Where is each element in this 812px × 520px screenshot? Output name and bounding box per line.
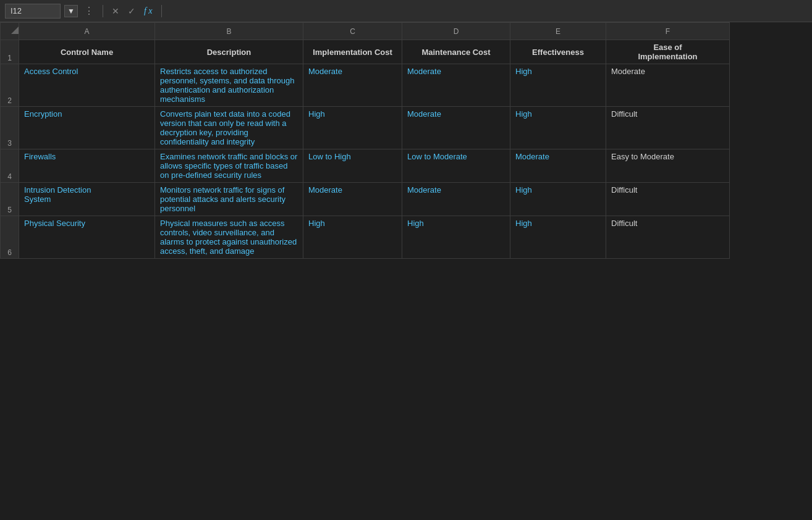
cell-r6-c3[interactable]: High <box>303 216 402 259</box>
cell-r1-c4[interactable]: Maintenance Cost <box>402 40 510 64</box>
cell-r1-c1[interactable]: Control Name <box>19 40 155 64</box>
cell-r2-c1[interactable]: Access Control <box>19 64 155 107</box>
row-number-5[interactable]: 5 <box>1 183 19 216</box>
formula-input[interactable] <box>168 6 808 15</box>
row-number-3[interactable]: 3 <box>1 107 19 149</box>
cell-r6-c4[interactable]: High <box>402 216 510 259</box>
table-row: 1Control NameDescriptionImplementation C… <box>1 40 730 64</box>
col-header-c[interactable]: C <box>303 23 402 40</box>
cell-r5-c2[interactable]: Monitors network traffic for signs of po… <box>155 183 303 216</box>
cell-r3-c2[interactable]: Converts plain text data into a coded ve… <box>155 107 303 149</box>
row-number-2[interactable]: 2 <box>1 64 19 107</box>
cell-r5-c5[interactable]: High <box>510 183 606 216</box>
table-row: 6Physical SecurityPhysical measures such… <box>1 216 730 259</box>
table-row: 2Access ControlRestricts access to autho… <box>1 64 730 107</box>
cell-ref-dropdown[interactable]: ▼ <box>64 5 78 17</box>
cell-r3-c5[interactable]: High <box>510 107 606 149</box>
cell-r5-c1[interactable]: Intrusion Detection System <box>19 183 155 216</box>
cell-r2-c4[interactable]: Moderate <box>402 64 510 107</box>
col-header-f[interactable]: F <box>606 23 730 40</box>
divider <box>103 5 103 17</box>
column-headers-row: A B C D E F <box>1 23 730 40</box>
row-number-1[interactable]: 1 <box>1 40 19 64</box>
row-number-6[interactable]: 6 <box>1 216 19 259</box>
table-row: 5Intrusion Detection SystemMonitors netw… <box>1 183 730 216</box>
col-header-a[interactable]: A <box>19 23 155 40</box>
table-row: 3EncryptionConverts plain text data into… <box>1 107 730 149</box>
cell-r5-c3[interactable]: Moderate <box>303 183 402 216</box>
cell-reference-box[interactable]: I12 <box>5 4 61 19</box>
cell-r4-c3[interactable]: Low to High <box>303 149 402 183</box>
cell-r1-c6[interactable]: Ease of Implementation <box>606 40 730 64</box>
cell-r2-c5[interactable]: High <box>510 64 606 107</box>
more-options-icon[interactable]: ⋮ <box>84 5 94 17</box>
cell-r6-c5[interactable]: High <box>510 216 606 259</box>
corner-cell <box>1 23 19 40</box>
cell-r6-c2[interactable]: Physical measures such as access control… <box>155 216 303 259</box>
cell-r4-c4[interactable]: Low to Moderate <box>402 149 510 183</box>
cell-r4-c5[interactable]: Moderate <box>510 149 606 183</box>
cell-r4-c6[interactable]: Easy to Moderate <box>606 149 730 183</box>
cell-r3-c4[interactable]: Moderate <box>402 107 510 149</box>
cell-r4-c1[interactable]: Firewalls <box>19 149 155 183</box>
row-number-4[interactable]: 4 <box>1 149 19 183</box>
cell-r2-c2[interactable]: Restricts access to authorized personnel… <box>155 64 303 107</box>
cell-r3-c3[interactable]: High <box>303 107 402 149</box>
col-header-d[interactable]: D <box>402 23 510 40</box>
table-wrapper[interactable]: A B C D E F 1Control NameDescriptionImpl… <box>0 22 812 520</box>
function-icon[interactable]: f x <box>142 5 155 17</box>
cell-r1-c3[interactable]: Implementation Cost <box>303 40 402 64</box>
confirm-icon[interactable]: ✓ <box>125 5 138 17</box>
cell-r3-c6[interactable]: Difficult <box>606 107 730 149</box>
cell-ref-value: I12 <box>11 6 22 15</box>
formula-bar: I12 ▼ ⋮ ✕ ✓ f x <box>0 0 812 22</box>
cancel-icon[interactable]: ✕ <box>109 5 122 17</box>
col-header-e[interactable]: E <box>510 23 606 40</box>
cell-r4-c2[interactable]: Examines network traffic and blocks or a… <box>155 149 303 183</box>
cell-r2-c6[interactable]: Moderate <box>606 64 730 107</box>
cell-r1-c5[interactable]: Effectiveness <box>510 40 606 64</box>
divider2 <box>161 5 162 17</box>
table-row: 4FirewallsExamines network traffic and b… <box>1 149 730 183</box>
cell-r5-c4[interactable]: Moderate <box>402 183 510 216</box>
cell-r6-c1[interactable]: Physical Security <box>19 216 155 259</box>
cell-r1-c2[interactable]: Description <box>155 40 303 64</box>
spreadsheet-table: A B C D E F 1Control NameDescriptionImpl… <box>0 22 730 259</box>
cell-r3-c1[interactable]: Encryption <box>19 107 155 149</box>
cell-r6-c6[interactable]: Difficult <box>606 216 730 259</box>
cell-r2-c3[interactable]: Moderate <box>303 64 402 107</box>
spreadsheet: A B C D E F 1Control NameDescriptionImpl… <box>0 22 812 520</box>
cell-r5-c6[interactable]: Difficult <box>606 183 730 216</box>
col-header-b[interactable]: B <box>155 23 303 40</box>
